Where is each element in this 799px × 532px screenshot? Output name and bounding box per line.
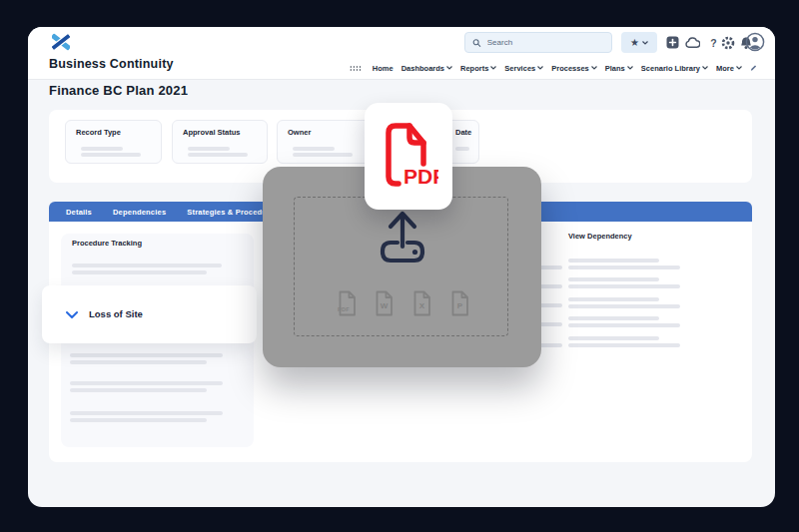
nav-item-processes[interactable]: Processes <box>551 64 597 73</box>
page-title: Finance BC Plan 2021 <box>49 83 188 98</box>
skeleton-line <box>72 264 222 267</box>
nav-item-services[interactable]: Services <box>504 64 543 73</box>
nav-item-home[interactable]: Home <box>373 64 394 73</box>
skeleton-line <box>455 147 469 151</box>
question-mark-icon: ? <box>710 37 716 49</box>
pdf-file-icon: PDF <box>335 289 360 317</box>
global-search[interactable] <box>464 32 612 53</box>
filter-label: Record Type <box>76 128 121 137</box>
skeleton-line <box>81 147 123 151</box>
nav-item-reports[interactable]: Reports <box>460 64 496 73</box>
app-title: Business Continuity <box>49 57 174 71</box>
chevron-down-icon <box>642 41 648 45</box>
loss-of-site-row[interactable]: Loss of Site <box>42 285 257 343</box>
filter-card-owner[interactable]: Owner <box>277 120 373 164</box>
skeleton-line <box>293 153 353 157</box>
chevron-down-icon <box>537 66 543 70</box>
powerpoint-file-icon: P <box>447 289 472 317</box>
skeleton-line <box>568 323 680 327</box>
chevron-down-icon <box>627 66 633 70</box>
person-icon <box>745 32 765 52</box>
edit-pencil-icon[interactable] <box>750 62 757 74</box>
search-input[interactable] <box>485 37 604 48</box>
filter-card-approval-status[interactable]: Approval Status <box>172 120 268 164</box>
skeleton-line <box>568 277 659 281</box>
skeleton-line <box>70 381 223 385</box>
pdf-document-icon: PDF <box>379 116 438 196</box>
filter-label: Approval Status <box>183 128 241 137</box>
skeleton-line <box>568 259 659 263</box>
excel-file-icon: X <box>409 289 434 317</box>
procedure-tracking-title: Procedure Tracking <box>72 239 142 248</box>
nav-item-plans[interactable]: Plans <box>605 64 633 73</box>
help-button[interactable]: ? <box>706 35 721 50</box>
add-box-button[interactable] <box>665 35 680 50</box>
upload-icon <box>375 207 430 270</box>
main-navigation: Home Dashboards Reports Services Process… <box>350 60 757 76</box>
pdf-badge: PDF <box>365 103 452 210</box>
box-plus-icon <box>666 36 679 49</box>
skeleton-line <box>568 284 680 288</box>
app-window: Business Continuity ★ ? <box>28 27 775 507</box>
skeleton-line <box>188 147 230 151</box>
skeleton-line <box>293 147 335 151</box>
cloud-icon <box>685 37 700 49</box>
filter-card-record-type[interactable]: Record Type <box>65 120 162 164</box>
skeleton-line <box>72 270 207 274</box>
nav-item-scenario-library[interactable]: Scenario Library <box>641 64 708 73</box>
nav-item-more[interactable]: More <box>716 64 742 73</box>
nav-item-dashboards[interactable]: Dashboards <box>401 64 452 73</box>
settings-button[interactable] <box>720 35 735 50</box>
skeleton-line <box>568 343 680 347</box>
skeleton-line <box>568 304 680 308</box>
filter-label: Owner <box>288 128 311 137</box>
brand-logo-icon <box>52 31 70 53</box>
pdf-badge-label: PDF <box>403 165 438 188</box>
chevron-down-icon <box>702 66 708 70</box>
skeleton-line <box>81 153 141 157</box>
skeleton-line <box>70 411 223 415</box>
tab-details[interactable]: Details <box>66 208 92 217</box>
chevron-down-icon <box>736 66 742 70</box>
word-file-icon: W <box>372 289 397 317</box>
skeleton-line <box>568 316 659 320</box>
chevron-down-icon <box>446 66 452 70</box>
skeleton-line <box>568 336 659 340</box>
skeleton-line <box>188 153 248 157</box>
loss-of-site-title: Loss of Site <box>89 308 143 319</box>
filter-label: Date <box>455 128 471 137</box>
setup-cloud-button[interactable] <box>685 35 700 50</box>
view-dependency-title: View Dependency <box>568 232 632 241</box>
user-avatar[interactable] <box>745 32 765 52</box>
skeleton-line <box>70 360 207 364</box>
chevron-down-icon <box>591 66 597 70</box>
favorites-button[interactable]: ★ <box>621 32 657 53</box>
gear-icon <box>721 36 735 50</box>
skeleton-line <box>70 418 207 422</box>
app-launcher-icon[interactable] <box>350 63 362 74</box>
skeleton-line <box>70 353 223 357</box>
skeleton-line <box>70 388 207 392</box>
tab-dependencies[interactable]: Dependencies <box>113 208 166 217</box>
skeleton-line <box>568 266 680 269</box>
chevron-down-icon[interactable] <box>66 311 78 318</box>
search-icon <box>472 38 481 48</box>
star-icon: ★ <box>630 37 639 48</box>
skeleton-line <box>568 297 659 301</box>
chevron-down-icon <box>490 66 496 70</box>
